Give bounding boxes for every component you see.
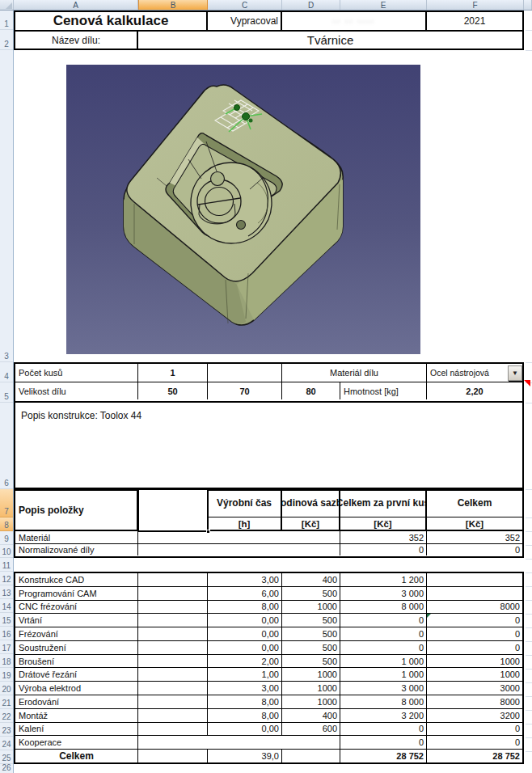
item-first[interactable]: 1 000 <box>340 668 427 681</box>
cell-blank[interactable] <box>138 682 208 695</box>
item-first[interactable]: 1 200 <box>340 573 427 586</box>
item-time[interactable]: 0,00 <box>208 641 282 654</box>
active-cell-selection[interactable] <box>137 488 209 532</box>
item-label[interactable]: Vrtání <box>15 614 138 627</box>
row-header-4[interactable]: 4 <box>0 362 13 382</box>
item-label[interactable]: CNC frézování <box>15 601 138 614</box>
cell-title[interactable]: Cenová kalkulace <box>15 12 208 30</box>
item-label[interactable]: Programování CAM <box>15 587 138 600</box>
cell-qty-value[interactable]: 1 <box>138 364 208 382</box>
row-header-13[interactable]: 13 <box>0 585 13 599</box>
header-total[interactable]: Celkem <box>427 491 522 517</box>
row-header-12[interactable]: 12 <box>0 572 13 585</box>
item-label[interactable]: Drátové řezání <box>15 668 138 681</box>
header-rate[interactable]: Hodinová sazba <box>282 491 339 517</box>
cell-blank[interactable] <box>138 614 208 627</box>
cell-blank[interactable] <box>138 573 208 586</box>
item-time[interactable]: 0,00 <box>208 614 282 627</box>
item-time[interactable]: 6,00 <box>208 587 282 600</box>
item-label[interactable]: Kooperace <box>15 736 138 749</box>
row-header-11[interactable]: 11 <box>0 558 13 572</box>
item-first[interactable]: 3 200 <box>340 709 427 722</box>
item-rate[interactable]: 1000 <box>282 695 340 708</box>
item-rate[interactable]: 500 <box>282 614 340 627</box>
dropdown-arrow-icon[interactable]: ▼ <box>508 365 522 381</box>
footer-first[interactable]: 28 752 <box>340 750 427 762</box>
cell-blank[interactable] <box>138 709 208 722</box>
header-rate-unit[interactable]: [Kč] <box>282 517 339 530</box>
item-first[interactable]: 0 <box>340 723 427 736</box>
cell-norm-parts-total[interactable]: 0 <box>427 544 522 555</box>
cell-blank[interactable] <box>138 601 208 614</box>
col-header-b[interactable]: B <box>138 0 208 10</box>
cell-norm-parts-label[interactable]: Normalizované díly <box>15 544 138 555</box>
cell-blank[interactable] <box>282 750 340 762</box>
cell-size-label[interactable]: Velikost dílu <box>15 382 138 399</box>
item-total[interactable]: 1000 <box>427 655 522 668</box>
cell-size-c[interactable]: 70 <box>208 382 282 399</box>
cell-year[interactable]: 2021 <box>427 12 522 30</box>
item-time[interactable]: 3,00 <box>208 573 282 586</box>
cell-blank[interactable] <box>138 587 208 600</box>
item-total[interactable]: 0 <box>427 736 522 749</box>
header-time-unit[interactable]: [h] <box>208 517 281 530</box>
row-header-16[interactable]: 16 <box>0 627 13 640</box>
item-total[interactable]: 3200 <box>427 709 522 722</box>
item-label[interactable]: Výroba elektrod <box>15 682 138 695</box>
select-all-corner[interactable] <box>0 0 14 10</box>
cell-construction-note[interactable]: Popis konstrukce: Toolox 44 <box>15 403 522 488</box>
item-total[interactable]: 1000 <box>427 668 522 681</box>
cell-blank[interactable] <box>138 750 208 762</box>
item-time[interactable]: 8,00 <box>208 601 282 614</box>
item-time[interactable]: 8,00 <box>208 695 282 708</box>
row-header-24[interactable]: 24 <box>0 737 13 750</box>
header-item[interactable]: Popis položky <box>15 491 138 530</box>
header-first-unit[interactable]: [Kč] <box>340 517 425 530</box>
cell-material-first[interactable]: 352 <box>340 531 427 543</box>
item-total[interactable]: 8000 <box>427 695 522 708</box>
cell-blank[interactable] <box>138 544 340 555</box>
col-header-e[interactable]: E <box>340 0 427 10</box>
item-time[interactable]: 0,00 <box>208 723 282 736</box>
item-first[interactable]: 0 <box>340 614 427 627</box>
item-total[interactable]: 8000 <box>427 601 522 614</box>
item-rate[interactable]: 500 <box>282 587 340 600</box>
item-rate[interactable]: 400 <box>282 709 340 722</box>
row-header-21[interactable]: 21 <box>0 695 13 709</box>
item-rate[interactable]: 400 <box>282 573 340 586</box>
item-time[interactable]: 1,00 <box>208 668 282 681</box>
fill-handle[interactable] <box>206 530 210 534</box>
item-first[interactable]: 8 000 <box>340 695 427 708</box>
cell-part-name[interactable]: Tvárnice <box>138 32 522 49</box>
cell-size-d[interactable]: 80 <box>282 382 340 399</box>
item-first[interactable]: 3 000 <box>340 682 427 695</box>
item-rate[interactable]: 500 <box>282 641 340 654</box>
item-first[interactable]: 0 <box>340 736 427 749</box>
cell-weight-label[interactable]: Hmotnost [kg] <box>340 382 427 399</box>
item-first[interactable]: 1 000 <box>340 655 427 668</box>
cell-blank[interactable] <box>138 668 208 681</box>
cell-part-label[interactable]: Název dílu: <box>15 32 138 49</box>
row-header-17[interactable]: 17 <box>0 640 13 654</box>
row-header-9[interactable]: 9 <box>0 531 13 545</box>
row-header-26[interactable]: 26 <box>0 764 13 773</box>
item-first[interactable]: 0 <box>340 641 427 654</box>
item-label[interactable]: Konstrukce CAD <box>15 573 138 586</box>
item-rate[interactable]: 1000 <box>282 601 340 614</box>
row-header-10[interactable]: 10 <box>0 545 13 558</box>
footer-label[interactable]: Celkem <box>15 750 138 762</box>
cell-size-b[interactable]: 50 <box>138 382 208 399</box>
row-header-14[interactable]: 14 <box>0 599 13 613</box>
cell-material-label[interactable]: Materiál dílu <box>282 364 427 382</box>
row-header-20[interactable]: 20 <box>0 682 13 695</box>
item-total[interactable]: 0 <box>427 627 522 640</box>
item-rate[interactable]: 500 <box>282 627 340 640</box>
cell-blank[interactable] <box>138 723 208 736</box>
row-header-8[interactable]: 8 <box>0 517 13 531</box>
item-label[interactable]: Erodování <box>15 695 138 708</box>
item-total[interactable]: 0 <box>427 641 522 654</box>
item-label[interactable]: Kalení <box>15 723 138 736</box>
item-total[interactable] <box>427 573 522 586</box>
row-header-25[interactable]: 25 <box>0 750 13 764</box>
row-header-18[interactable]: 18 <box>0 654 13 668</box>
